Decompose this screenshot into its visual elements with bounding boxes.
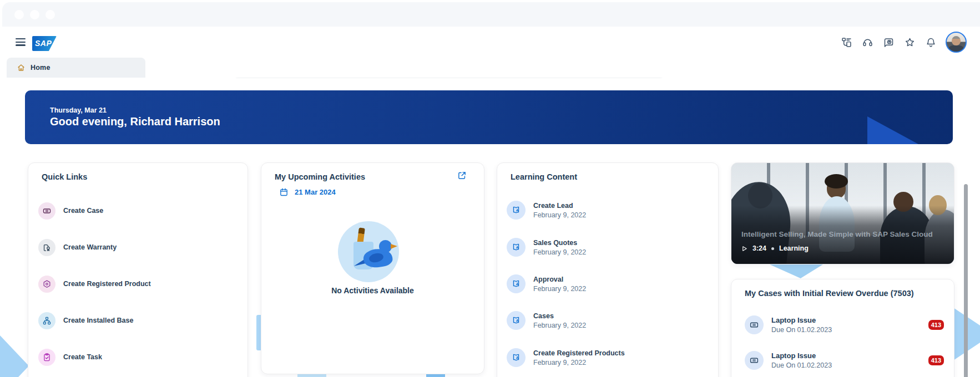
case-row-2[interactable]: Laptop Issue Due On 01.02.2023 413 (745, 348, 944, 373)
learning-item-date: February 9, 2022 (533, 322, 586, 329)
quick-links-title: Quick Links (42, 172, 87, 181)
greeting-banner: Thursday, Mar 21 Good evening, Richard H… (25, 90, 953, 144)
case-title: Laptop Issue (771, 351, 921, 360)
quick-link-create-warranty[interactable]: Create Warranty (38, 238, 240, 257)
window-control-2[interactable] (30, 10, 39, 19)
tab-row: Home (0, 58, 980, 78)
dot-separator (771, 247, 774, 250)
quick-link-create-case[interactable]: Create Case (38, 201, 240, 220)
overdue-cases-card: My Cases with Initial Review Overdue (75… (731, 279, 954, 377)
quick-link-label: Create Warranty (63, 243, 117, 251)
quick-link-label: Create Installed Base (63, 317, 133, 324)
banner-triangle-decoration (867, 116, 918, 144)
feedback-icon[interactable] (878, 34, 899, 50)
learning-item-cases[interactable]: Cases February 9, 2022 (507, 309, 710, 332)
learning-book-icon (507, 201, 526, 220)
video-title: Intelligent Selling, Made Simple with SA… (741, 230, 945, 238)
sap-logo[interactable]: SAP (32, 36, 57, 51)
learning-item-approval[interactable]: Approval February 9, 2022 (507, 273, 710, 295)
case-ticket-icon (745, 315, 764, 334)
case-ticket-icon (745, 351, 764, 370)
menu-hamburger-icon[interactable] (16, 38, 26, 46)
header-actions (836, 27, 980, 58)
learning-book-icon (507, 238, 526, 257)
learning-item-create-registered-products[interactable]: Create Registered Products February 9, 2… (507, 347, 710, 369)
calendar-icon (279, 187, 289, 197)
tab-home-label: Home (31, 64, 50, 72)
play-icon (741, 246, 747, 252)
app-window: SAP (0, 0, 980, 377)
user-avatar[interactable] (946, 32, 967, 53)
case-due-date: Due On 01.02.2023 (771, 326, 921, 334)
warranty-icon (38, 239, 55, 256)
apps-icon[interactable] (836, 34, 857, 50)
video-category: Learning (779, 244, 809, 252)
learning-item-create-lead[interactable]: Create Lead February 9, 2022 (507, 199, 710, 221)
learning-item-date: February 9, 2022 (533, 211, 586, 219)
learning-book-icon (507, 348, 526, 367)
video-meta: 3:24 Learning (741, 244, 809, 252)
learning-item-title: Create Registered Products (533, 349, 625, 357)
quick-link-create-installed-base[interactable]: Create Installed Base (38, 311, 240, 330)
quick-link-label: Create Task (63, 353, 102, 361)
banner-greeting: Good evening, Richard Harrison (50, 115, 220, 128)
window-control-1[interactable] (14, 10, 24, 19)
left-triangle-decoration (0, 335, 29, 377)
home-icon (17, 63, 26, 72)
case-ticket-icon (38, 202, 55, 220)
star-icon[interactable] (899, 34, 920, 50)
learning-book-icon (507, 311, 526, 330)
video-duration: 3:24 (752, 244, 766, 252)
video-card[interactable]: Intelligent Selling, Made Simple with SA… (731, 162, 954, 264)
task-icon (38, 349, 55, 366)
quick-link-label: Create Registered Product (63, 280, 151, 288)
registered-product-icon (38, 276, 55, 293)
quick-link-label: Create Case (63, 207, 103, 215)
installed-base-icon (38, 312, 55, 329)
quick-links-card: Quick Links Create Case Create Warranty (28, 162, 248, 377)
no-activities-message: No Activities Available (261, 286, 484, 295)
case-title: Laptop Issue (771, 316, 921, 324)
vertical-scrollbar[interactable] (964, 184, 968, 377)
open-external-icon[interactable] (457, 171, 467, 180)
learning-item-title: Cases (533, 312, 586, 320)
window-control-3[interactable] (46, 10, 55, 19)
learning-item-title: Create Lead (533, 202, 586, 210)
learning-item-title: Sales Quotes (533, 239, 586, 247)
case-count-badge: 413 (928, 320, 944, 330)
upcoming-activities-card: My Upcoming Activities 21 Mar 2024 No Ac… (261, 162, 484, 374)
app-header: SAP (0, 27, 980, 58)
case-count-badge: 413 (928, 355, 944, 365)
learning-book-icon (507, 274, 526, 293)
case-due-date: Due On 01.02.2023 (771, 361, 921, 369)
learning-item-date: February 9, 2022 (533, 359, 625, 366)
window-titlebar (2, 2, 980, 27)
bell-icon[interactable] (920, 34, 941, 50)
activities-title: My Upcoming Activities (275, 172, 365, 181)
tab-home[interactable]: Home (7, 58, 145, 78)
gap-triangle-decoration (770, 264, 823, 278)
learning-title: Learning Content (511, 172, 577, 181)
learning-content-card: Learning Content Create Lead February 9,… (497, 162, 719, 377)
cases-title: My Cases with Initial Review Overdue (75… (745, 289, 914, 298)
activities-date-chip[interactable]: 21 Mar 2024 (279, 187, 336, 197)
learning-item-title: Approval (533, 276, 586, 283)
quick-link-create-registered-product[interactable]: Create Registered Product (38, 274, 240, 293)
quick-link-create-task[interactable]: Create Task (38, 348, 240, 366)
case-row-1[interactable]: Laptop Issue Due On 01.02.2023 413 (745, 313, 944, 337)
headset-icon[interactable] (857, 34, 878, 50)
banner-date: Thursday, Mar 21 (50, 106, 107, 114)
no-activities-illustration (338, 221, 399, 282)
learning-item-date: February 9, 2022 (533, 285, 586, 293)
activities-date: 21 Mar 2024 (295, 188, 336, 196)
learning-item-sales-quotes[interactable]: Sales Quotes February 9, 2022 (507, 236, 710, 258)
learning-item-date: February 9, 2022 (533, 248, 586, 256)
